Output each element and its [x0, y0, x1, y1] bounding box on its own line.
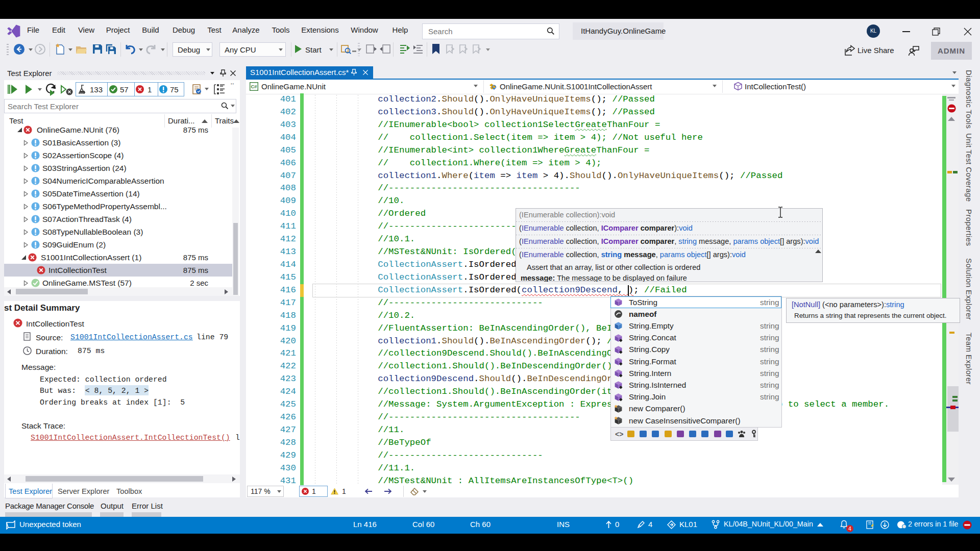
svg-text:C#: C# [251, 84, 257, 89]
